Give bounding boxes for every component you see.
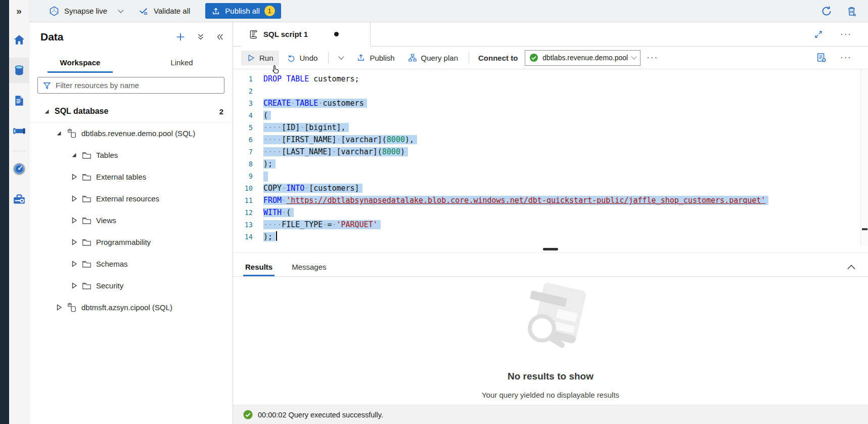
- code-line-8[interactable]: 8);: [233, 158, 868, 170]
- line-number: 12: [233, 206, 263, 219]
- code-line-9[interactable]: 9: [233, 170, 868, 182]
- code-line-1[interactable]: 1DROP TABLE customers;: [233, 73, 868, 85]
- twisty-expanded-icon[interactable]: [71, 152, 77, 158]
- query-plan-button[interactable]: Query plan: [402, 50, 464, 65]
- database-pool-icon: [67, 129, 77, 139]
- tab-more-button[interactable]: ···: [836, 29, 856, 39]
- line-content: WITH·(: [263, 206, 294, 219]
- tab-workspace[interactable]: Workspace: [29, 52, 131, 73]
- undo-label: Undo: [300, 54, 318, 62]
- nav-item-manage[interactable]: [9, 187, 29, 212]
- pool-select-dropdown[interactable]: dbtlabs.revenue.demo.pool: [525, 50, 641, 66]
- twisty-collapsed-icon[interactable]: [71, 282, 77, 289]
- results-header: Results Messages: [233, 252, 868, 277]
- scrollbar-thumb[interactable]: [862, 228, 867, 230]
- resource-tree: SQL database2dbtlabs.revenue.demo.pool (…: [29, 96, 233, 424]
- twisty-expanded-icon[interactable]: [56, 130, 62, 137]
- twisty-collapsed-icon[interactable]: [71, 195, 77, 202]
- empty-results-subtitle: Your query yielded no displayable result…: [482, 391, 619, 399]
- filter-resources-box[interactable]: [37, 77, 224, 94]
- tree-item-database[interactable]: dbtmsft.azsyn.cipool (SQL): [29, 296, 233, 318]
- undo-button[interactable]: Undo: [281, 50, 324, 65]
- line-number: 6: [233, 134, 263, 146]
- tree-item-folder[interactable]: Views: [29, 209, 233, 231]
- expand-nav-button[interactable]: »: [16, 0, 22, 22]
- mode-selector[interactable]: Synapse live: [49, 6, 123, 17]
- sql-editor-area: SQL script 1 ··· Run Undo: [233, 22, 868, 424]
- nav-item-monitor[interactable]: [9, 156, 29, 182]
- filter-resources-input[interactable]: [56, 81, 219, 90]
- nav-divider: [13, 151, 26, 151]
- nav-item-home[interactable]: [9, 27, 29, 53]
- undo-icon: [287, 53, 296, 62]
- discard-trash-icon[interactable]: [846, 5, 858, 17]
- splitter-handle[interactable]: [543, 248, 558, 250]
- nav-item-integrate[interactable]: [9, 118, 29, 144]
- code-line-13[interactable]: 13····FILE_TYPE·=·'PARQUET': [233, 219, 868, 231]
- tree-item-folder[interactable]: Tables: [29, 144, 233, 166]
- publish-button[interactable]: Publish: [351, 50, 400, 65]
- code-line-2[interactable]: 2: [233, 85, 868, 97]
- code-line-14[interactable]: 14);: [233, 231, 868, 243]
- chevron-up-icon[interactable]: [847, 264, 856, 276]
- undo-dropdown-button[interactable]: [334, 54, 349, 62]
- twisty-expanded-icon[interactable]: [43, 108, 50, 115]
- refresh-icon[interactable]: [820, 5, 833, 17]
- code-editor[interactable]: 1DROP TABLE customers;23CREATE·TABLE·cus…: [233, 69, 868, 245]
- session-settings-icon[interactable]: [816, 52, 827, 63]
- line-content: CREATE·TABLE·customers: [263, 97, 367, 109]
- toolbar-more-button[interactable]: ···: [643, 53, 662, 63]
- code-line-4[interactable]: 4(: [233, 109, 868, 121]
- run-button[interactable]: Run: [241, 51, 279, 65]
- pool-select-value: dbtlabs.revenue.demo.pool: [542, 54, 628, 62]
- empty-results-title: No results to show: [508, 371, 593, 382]
- data-panel-tabs: Workspace Linked: [29, 52, 233, 73]
- code-line-7[interactable]: 7····[LAST_NAME]·[varchar](8000): [233, 146, 868, 158]
- code-line-10[interactable]: 10COPY·INTO·[customers]: [233, 182, 868, 194]
- mode-label: Synapse live: [64, 7, 107, 15]
- tree-item-folder[interactable]: Schemas: [29, 253, 233, 275]
- data-icon: [13, 64, 26, 77]
- line-number: 5: [233, 121, 263, 134]
- twisty-collapsed-icon[interactable]: [71, 239, 77, 245]
- folder-icon: [82, 238, 92, 246]
- nav-item-data[interactable]: [9, 58, 29, 83]
- expand-editor-icon[interactable]: [814, 30, 823, 39]
- tree-item-folder[interactable]: External tables: [29, 166, 233, 188]
- editor-toolbar: Run Undo Publish Query plan: [233, 47, 868, 69]
- tree-item-folder[interactable]: Security: [29, 275, 233, 296]
- double-chevron-left-icon[interactable]: [215, 32, 224, 41]
- tree-item-folder[interactable]: External resources: [29, 188, 233, 209]
- add-plus-icon[interactable]: [175, 31, 186, 43]
- tab-sql-script-1[interactable]: SQL script 1: [241, 22, 371, 47]
- tab-linked[interactable]: Linked: [131, 52, 233, 73]
- code-line-5[interactable]: 5····[ID]·[bigint],: [233, 121, 868, 134]
- line-content: ····[LAST_NAME]·[varchar](8000): [263, 146, 408, 158]
- validate-all-button[interactable]: Validate all: [138, 6, 190, 17]
- editor-results-splitter[interactable]: [233, 245, 868, 252]
- code-line-3[interactable]: 3CREATE·TABLE·customers: [233, 97, 868, 109]
- tab-messages[interactable]: Messages: [290, 263, 328, 276]
- tab-results[interactable]: Results: [243, 263, 275, 276]
- item-count: 2: [219, 107, 223, 116]
- integrate-icon: [12, 124, 26, 138]
- twisty-collapsed-icon[interactable]: [71, 261, 77, 267]
- editor-scrollbar-gutter[interactable]: [860, 69, 868, 245]
- editor-more-button[interactable]: ···: [836, 53, 856, 63]
- tree-item-database[interactable]: dbtlabs.revenue.demo.pool (SQL): [29, 122, 233, 144]
- code-line-11[interactable]: 11FROM·'https://dbtlabsynapsedatalake.bl…: [233, 194, 868, 206]
- publish-all-button[interactable]: Publish all 1: [205, 3, 281, 19]
- twisty-collapsed-icon[interactable]: [71, 174, 77, 180]
- publish-all-label: Publish all: [225, 7, 259, 15]
- panel-title: Data: [40, 31, 64, 43]
- code-line-12[interactable]: 12WITH·(: [233, 206, 868, 219]
- line-content: [263, 170, 268, 182]
- twisty-collapsed-icon[interactable]: [56, 304, 62, 311]
- nav-item-develop[interactable]: [9, 88, 29, 113]
- tree-item-folder[interactable]: Programmability: [29, 231, 233, 253]
- toolbar-separator: [328, 52, 329, 63]
- double-chevron-down-icon[interactable]: [196, 32, 205, 41]
- code-line-6[interactable]: 6····[FIRST_NAME]·[varchar](8000),: [233, 134, 868, 146]
- twisty-collapsed-icon[interactable]: [71, 217, 77, 224]
- tree-item-sql-database[interactable]: SQL database2: [29, 101, 233, 122]
